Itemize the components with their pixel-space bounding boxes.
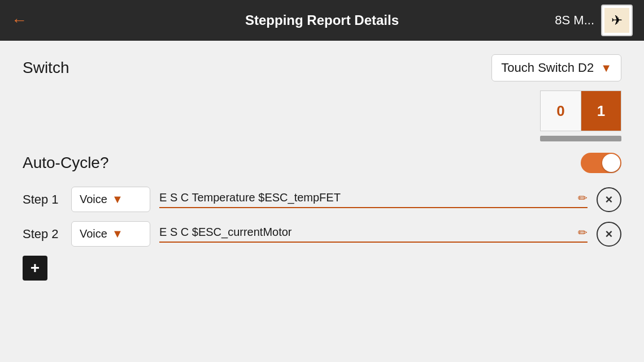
step-row-2: Step 2 Voice ▼ E S C $ESC_currentMotor ✏… (23, 221, 621, 247)
step-2-type-dropdown[interactable]: Voice ▼ (71, 221, 150, 247)
autocycle-row: Auto-Cycle? (23, 153, 621, 173)
position-slider-container (23, 136, 621, 141)
position-tab-1[interactable]: 1 (581, 90, 621, 131)
step-2-type-value: Voice (80, 227, 107, 240)
switch-dropdown-arrow-icon: ▼ (601, 62, 612, 75)
step-1-content: E S C Temperature $ESC_tempFET (159, 191, 341, 204)
back-button[interactable]: ← (11, 11, 27, 29)
switch-label: Switch (23, 59, 491, 77)
step-1-label: Step 1 (23, 192, 62, 207)
svg-text:✈: ✈ (611, 12, 623, 28)
step-2-input-wrap: E S C $ESC_currentMotor ✏ (159, 226, 588, 243)
step-1-input-wrap: E S C Temperature $ESC_tempFET ✏ (159, 191, 588, 208)
position-tabs: 0 1 (23, 90, 621, 131)
step-1-delete-icon: × (606, 192, 613, 207)
step-1-edit-icon[interactable]: ✏ (578, 191, 588, 205)
switch-dropdown-value: Touch Switch D2 (501, 61, 594, 75)
header-right: 8S M... ✈ (555, 5, 633, 36)
step-2-delete-icon: × (606, 227, 613, 242)
plane-avatar-image: ✈ (604, 8, 629, 33)
position-slider[interactable] (540, 136, 621, 141)
page-title: Stepping Report Details (245, 12, 399, 28)
avatar: ✈ (601, 5, 633, 36)
switch-row: Switch Touch Switch D2 ▼ (23, 54, 621, 81)
step-1-type-value: Voice (80, 193, 107, 206)
add-step-icon: + (31, 259, 40, 277)
step-1-type-dropdown[interactable]: Voice ▼ (71, 187, 150, 212)
add-step-button[interactable]: + (23, 256, 47, 281)
device-name: 8S M... (555, 13, 594, 28)
step-row-1: Step 1 Voice ▼ E S C Temperature $ESC_te… (23, 187, 621, 212)
switch-dropdown[interactable]: Touch Switch D2 ▼ (491, 54, 621, 81)
step-2-delete-button[interactable]: × (597, 222, 621, 247)
main-content: Switch Touch Switch D2 ▼ 0 1 Auto-Cycle?… (0, 41, 644, 294)
step-2-dropdown-arrow-icon: ▼ (112, 227, 123, 240)
position-tab-0[interactable]: 0 (540, 90, 581, 131)
step-2-content: E S C $ESC_currentMotor (159, 226, 292, 239)
toggle-knob (602, 154, 620, 172)
step-2-edit-icon[interactable]: ✏ (578, 226, 588, 239)
header: ← Stepping Report Details 8S M... ✈ (0, 0, 644, 41)
step-1-delete-button[interactable]: × (597, 187, 621, 212)
autocycle-toggle[interactable] (581, 153, 621, 173)
step-1-dropdown-arrow-icon: ▼ (112, 193, 123, 206)
autocycle-label: Auto-Cycle? (23, 154, 581, 172)
step-2-label: Step 2 (23, 227, 62, 242)
